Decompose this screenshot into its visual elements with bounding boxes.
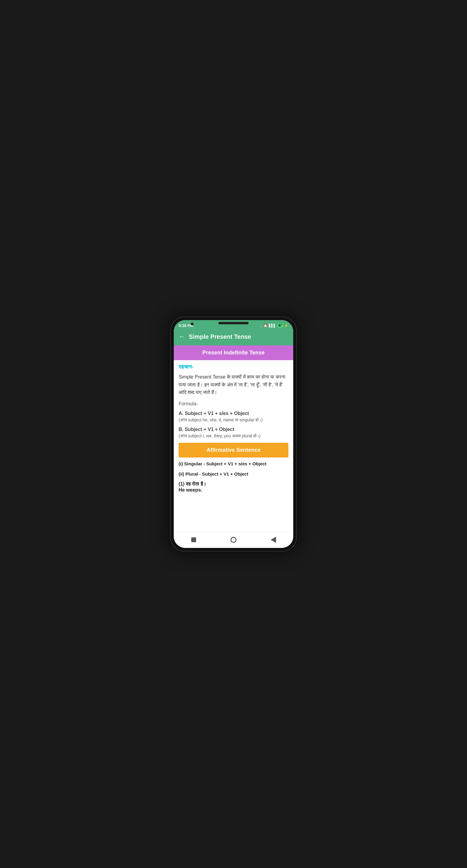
nav-square-button[interactable]: [189, 535, 198, 544]
formula-b-sub: (अगर subject I, we, they, you अथवा plura…: [179, 433, 288, 438]
rule-text-1: (i) Singular - Subject + V1 + s/es + Obj…: [179, 461, 288, 467]
notch: [218, 322, 249, 324]
formula-item-a: A. Subject + V1 + s/es + Object (अगर sub…: [179, 411, 288, 423]
hindi-label: पहचान-: [179, 364, 288, 370]
formula-a-sub: (अगर subject he, she, it, name या singul…: [179, 417, 288, 423]
square-icon: [191, 537, 196, 542]
formula-label: Formula-: [179, 401, 288, 407]
phone-frame: 9:38 PM ... ⏰ ▌▌▌ 87 ⚡ ← Simple Present …: [170, 316, 297, 552]
rule-item-1: (i) Singular - Subject + V1 + s/es + Obj…: [179, 461, 288, 467]
description-text: Simple Present Tense के वाक्यों में काम …: [179, 373, 288, 396]
formula-b-main: B. Subject + V1 + Object: [179, 427, 288, 432]
extra-icons: ... ⏰: [260, 324, 268, 328]
orange-banner: Affirmative Sentence: [179, 443, 288, 458]
content-area: Present Indefinite Tense पहचान- Simple P…: [174, 345, 293, 532]
example-block: (1) वह रोता है। He weeps.: [179, 481, 288, 493]
purple-banner-text: Present Indefinite Tense: [202, 350, 265, 355]
camera-dot: [191, 322, 194, 326]
bottom-nav: [174, 532, 293, 548]
orange-banner-text: Affirmative Sentence: [206, 447, 260, 453]
back-triangle-icon: [271, 537, 276, 543]
rule-item-2: (ii) Plural - Subject + V1 + Object: [179, 471, 288, 478]
formula-a-main: A. Subject + V1 + s/es + Object: [179, 411, 288, 416]
main-content: पहचान- Simple Present Tense के वाक्यों म…: [174, 360, 293, 500]
battery-badge: 87: [277, 324, 283, 328]
back-button[interactable]: ←: [179, 333, 185, 341]
phone-screen: 9:38 PM ... ⏰ ▌▌▌ 87 ⚡ ← Simple Present …: [174, 320, 293, 548]
nav-home-button[interactable]: [229, 535, 238, 544]
page-title: Simple Present Tense: [189, 333, 251, 340]
example-hindi: (1) वह रोता है।: [179, 481, 288, 487]
status-icons: ... ⏰ ▌▌▌ 87 ⚡: [260, 324, 288, 328]
circle-icon: [231, 537, 236, 543]
rule-text-2: (ii) Plural - Subject + V1 + Object: [179, 471, 288, 478]
app-header: ← Simple Present Tense: [174, 330, 293, 345]
nav-back-button[interactable]: [269, 535, 278, 544]
signal-icon: ▌▌▌: [269, 324, 276, 327]
example-english: He weeps.: [179, 487, 288, 493]
charging-icon: ⚡: [284, 324, 288, 328]
formula-item-b: B. Subject + V1 + Object (अगर subject I,…: [179, 427, 288, 438]
purple-banner: Present Indefinite Tense: [174, 345, 293, 360]
